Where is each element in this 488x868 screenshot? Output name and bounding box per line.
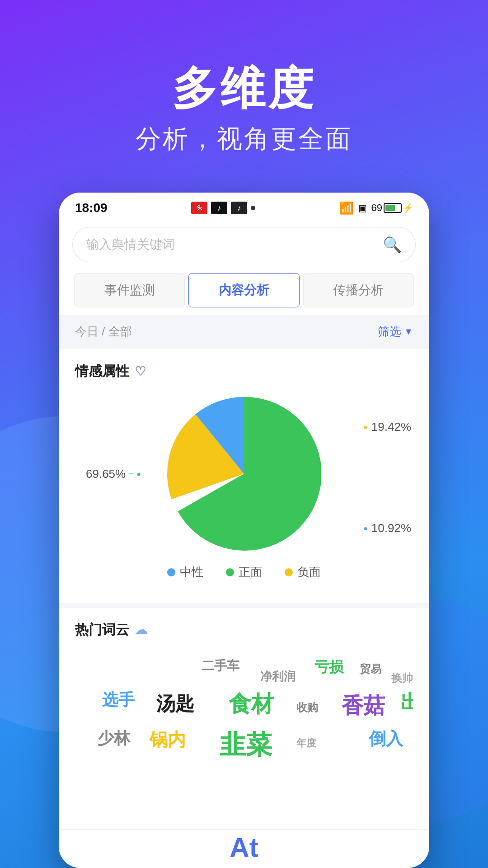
bottom-area: At [59,829,429,865]
pie-label-rt-text: 19.42% [371,420,411,434]
sentiment-title: 情感属性 ♡ [75,362,413,381]
search-placeholder: 输入舆情关键词 [86,236,175,253]
app-icon-tiktok1: ♪ [211,202,227,214]
word-cloud-item: 贸易 [360,662,381,676]
tab-spread[interactable]: 传播分析 [303,273,414,307]
status-time: 18:09 [75,201,108,215]
filter-label: 今日 / 全部 [75,324,132,340]
legend-neutral: 中性 [167,564,203,580]
pie-chart-svg [167,397,321,551]
legend-label-neutral: 中性 [180,564,203,580]
wifi-icon: 📶 [339,201,354,215]
word-cloud-item: 出锅 [400,689,413,716]
pie-label-left: 69.65% ● [86,467,141,481]
pie-label-right-bottom: ● 10.92% [363,521,411,535]
status-right-icons: 📶 ▣ 69 ⚡ [339,201,413,215]
pie-label-left-text: 69.65% [86,467,126,481]
pie-legend: 中性 正面 负面 [75,555,413,594]
battery-fill [385,205,395,211]
word-cloud-item: 亏损 [314,657,343,677]
word-cloud-item: 净利润 [260,669,296,684]
legend-dot-negative [285,568,293,576]
word-cloud-item: 食材 [229,689,274,719]
sentiment-title-text: 情感属性 [75,362,129,381]
charging-icon: ⚡ [403,203,413,213]
battery-pct: 69 [371,202,382,214]
legend-label-negative: 负面 [297,564,321,580]
word-cloud-item: 汤匙 [156,691,194,717]
status-bar: 18:09 头 ♪ ♪ 📶 ▣ 69 ⚡ [59,193,429,220]
search-icon[interactable]: 🔍 [383,236,402,254]
heart-icon: ♡ [135,364,146,379]
word-cloud-item: 选手 [102,689,135,711]
sentiment-section: 情感属性 ♡ 69.65% ● [59,349,429,603]
word-cloud-item: 韭菜 [220,727,272,763]
word-cloud-item: 年度 [296,736,316,750]
at-text: At [230,832,258,863]
screen-icon: ▣ [358,203,367,213]
app-icon-tiktok2: ♪ [231,202,247,214]
legend-positive: 正面 [226,564,262,580]
battery-indicator: 69 ⚡ [371,202,413,214]
pie-label-rb-text: 10.92% [371,521,411,535]
word-cloud-item: 香菇 [342,691,385,720]
app-icon-news: 头 [191,202,207,214]
legend-dot-positive [226,568,234,576]
word-cloud: 二手车净利润亏损贸易换帅选手汤匙食材收购香菇出锅少林锅内韭菜年度倒入 [75,648,413,820]
dot-indicator [251,206,255,210]
wordcloud-section: 热门词云 ☁ 二手车净利润亏损贸易换帅选手汤匙食材收购香菇出锅少林锅内韭菜年度倒… [59,608,429,829]
cloud-icon: ☁ [135,623,147,637]
header-subtitle: 分析，视角更全面 [136,122,352,156]
wordcloud-title-text: 热门词云 [75,621,129,639]
word-cloud-item: 锅内 [150,727,186,752]
legend-dot-neutral [167,568,175,576]
battery-rect [384,203,402,213]
filter-arrow-icon: ▼ [404,326,413,337]
tab-content[interactable]: 内容分析 [188,273,299,307]
status-app-icons: 头 ♪ ♪ [191,202,255,214]
legend-label-positive: 正面 [239,564,262,580]
search-bar[interactable]: 输入舆情关键词 🔍 [72,227,416,262]
word-cloud-item: 二手车 [202,657,239,675]
word-cloud-item: 换帅 [391,671,413,685]
pie-label-right-top: ● 19.42% [363,420,411,434]
header-title: 多维度 [136,63,352,113]
word-cloud-item: 少林 [98,727,130,750]
word-cloud-item: 倒入 [369,727,403,750]
wordcloud-title: 热门词云 ☁ [75,621,413,639]
phone-mockup: 18:09 头 ♪ ♪ 📶 ▣ 69 ⚡ 输入舆情关键词 🔍 事件监测 内容分析… [59,193,429,868]
filter-row: 今日 / 全部 筛选 ▼ [59,315,429,349]
pie-chart-container: 69.65% ● [75,388,413,555]
section-divider [59,603,429,608]
filter-button[interactable]: 筛选 ▼ [378,324,413,340]
header-section: 多维度 分析，视角更全面 [136,0,352,193]
tabs-row: 事件监测 内容分析 传播分析 [72,273,416,307]
tab-events[interactable]: 事件监测 [74,273,185,307]
legend-negative: 负面 [285,564,321,580]
filter-btn-text: 筛选 [378,324,401,340]
word-cloud-item: 收购 [296,700,318,715]
